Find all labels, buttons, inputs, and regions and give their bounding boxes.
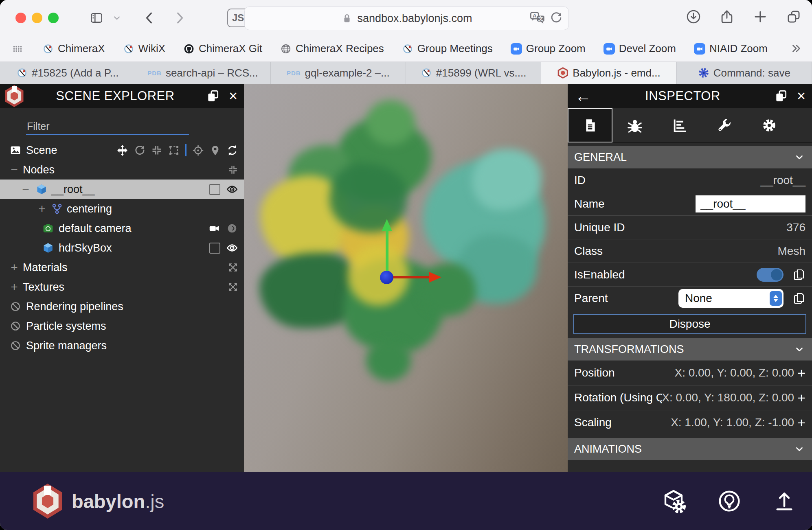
bounding-box-gizmo-icon[interactable] xyxy=(168,145,180,156)
dispose-button[interactable]: Dispose xyxy=(573,314,806,334)
expand-icon[interactable]: + xyxy=(36,202,48,216)
forward-button[interactable] xyxy=(173,11,187,25)
tab-settings[interactable] xyxy=(747,108,792,142)
tab-15899[interactable]: #15899 (WRL vs.... xyxy=(406,62,541,84)
scene-explorer-title: SCENE EXPLORER xyxy=(24,89,206,103)
tab-search-api[interactable]: PDBsearch-api – RCS... xyxy=(135,62,270,84)
visibility-eye-icon[interactable] xyxy=(226,183,238,195)
reload-icon[interactable] xyxy=(550,11,563,24)
refresh-icon[interactable] xyxy=(226,145,238,156)
gizmo-x-axis[interactable] xyxy=(388,276,429,278)
gizmo-origin-dot[interactable] xyxy=(380,271,393,284)
tree-row-materials[interactable]: + Materials xyxy=(0,258,244,277)
chimerax-icon xyxy=(402,43,413,55)
expand-icon[interactable]: + xyxy=(8,261,20,274)
tree-row-root[interactable]: − __root__ xyxy=(0,180,244,199)
sidebar-chevron-down-icon[interactable] xyxy=(112,13,122,23)
tab-gql-example[interactable]: PDBgql-example-2 –... xyxy=(271,62,406,84)
copy-icon[interactable] xyxy=(792,268,805,281)
collapse-icon[interactable]: − xyxy=(20,182,32,196)
browser-window: JS sandbox.babylonjs.com ChimeraX WikiX … xyxy=(0,0,812,530)
picker-target-icon[interactable] xyxy=(192,145,204,156)
filter-input[interactable] xyxy=(26,119,191,134)
tree-row-sprite-managers[interactable]: Sprite managers xyxy=(0,336,244,355)
popout-panel-icon[interactable] xyxy=(774,89,788,103)
minimize-window-button[interactable] xyxy=(32,13,42,23)
section-general[interactable]: GENERAL xyxy=(568,146,812,168)
active-camera-icon[interactable] xyxy=(208,222,220,234)
scale-gizmo-icon[interactable] xyxy=(151,145,162,156)
tree-row-default-camera[interactable]: default camera xyxy=(0,219,244,238)
tab-debug[interactable] xyxy=(612,108,657,142)
new-tab-icon[interactable] xyxy=(753,9,768,24)
bounding-box-checkbox[interactable] xyxy=(209,243,220,254)
zoom-window-button[interactable] xyxy=(48,13,59,23)
copy-icon[interactable] xyxy=(792,292,805,305)
close-panel-icon[interactable]: × xyxy=(790,88,812,105)
bookmark-chimerax-git[interactable]: ChimeraX Git xyxy=(183,42,262,55)
bookmark-wikix[interactable]: WikiX xyxy=(123,42,165,55)
name-input[interactable] xyxy=(696,195,805,212)
popout-panel-icon[interactable] xyxy=(206,89,220,103)
tree-row-rendering-pipelines[interactable]: Rendering pipelines xyxy=(0,297,244,316)
tree-row-hdrskybox[interactable]: hdrSkyBox xyxy=(0,238,244,258)
translate-gizmo-icon[interactable] xyxy=(116,145,128,156)
parent-select[interactable]: None xyxy=(678,289,783,308)
zoom-icon xyxy=(604,43,615,55)
tab-properties[interactable] xyxy=(568,108,612,142)
lightbulb-icon[interactable] xyxy=(718,489,741,513)
back-button[interactable] xyxy=(143,11,156,25)
export-upload-icon[interactable] xyxy=(773,490,796,512)
expand-icon[interactable]: + xyxy=(8,280,20,294)
tab-command-save[interactable]: Command: save xyxy=(677,62,812,84)
share-icon[interactable] xyxy=(719,9,735,24)
tab-tools[interactable] xyxy=(702,108,747,142)
bookmark-devel-zoom[interactable]: Devel Zoom xyxy=(604,42,676,55)
filter-field[interactable] xyxy=(26,119,189,135)
visibility-eye-dim-icon[interactable] xyxy=(226,222,238,234)
rotate-gizmo-icon[interactable] xyxy=(134,145,145,156)
tree-row-centering[interactable]: + centering xyxy=(0,199,244,219)
section-transformations[interactable]: TRANSFORMATIONS xyxy=(568,338,812,360)
scene-row[interactable]: Scene xyxy=(0,140,244,160)
pin-icon[interactable] xyxy=(210,145,221,156)
collapse-icon[interactable]: − xyxy=(8,163,20,177)
expand-vector-icon[interactable]: + xyxy=(797,390,805,406)
bounding-box-checkbox[interactable] xyxy=(209,184,220,195)
downloads-icon[interactable] xyxy=(686,9,701,24)
bookmark-chimerax[interactable]: ChimeraX xyxy=(42,42,105,55)
babylon-logo-icon xyxy=(32,484,64,519)
address-bar[interactable]: sandbox.babylonjs.com xyxy=(244,7,569,30)
sidebar-toggle-icon[interactable] xyxy=(90,11,103,25)
close-panel-icon[interactable]: × xyxy=(222,88,244,105)
expand-all-icon[interactable] xyxy=(228,282,238,292)
chimerax-icon xyxy=(123,43,134,55)
expand-all-icon[interactable] xyxy=(228,262,238,273)
expand-vector-icon[interactable]: + xyxy=(797,415,805,431)
babylon-icon xyxy=(557,67,568,79)
isenabled-toggle[interactable] xyxy=(757,268,783,282)
bookmarks-grid-icon[interactable] xyxy=(11,42,24,56)
bookmark-niaid-zoom[interactable]: NIAID Zoom xyxy=(694,42,768,55)
bookmarks-overflow-icon[interactable] xyxy=(790,42,802,55)
close-window-button[interactable] xyxy=(15,13,26,23)
environment-settings-icon[interactable] xyxy=(661,489,686,513)
bookmark-group-meetings[interactable]: Group Meetings xyxy=(402,42,493,55)
tree-row-textures[interactable]: + Textures xyxy=(0,277,244,297)
viewport-3d[interactable] xyxy=(244,84,568,472)
tree-row-nodes[interactable]: − Nodes xyxy=(0,160,244,180)
tab-babylonjs-active[interactable]: Babylon.js - emd... xyxy=(541,62,676,84)
translate-icon[interactable] xyxy=(529,11,546,25)
tab-15825[interactable]: #15825 (Add a P... xyxy=(0,62,135,84)
section-animations[interactable]: ANIMATIONS xyxy=(568,438,812,460)
field-isenabled: IsEnabled xyxy=(568,263,812,286)
back-arrow-icon[interactable]: ← xyxy=(575,87,591,105)
tab-statistics[interactable] xyxy=(657,108,702,142)
bookmark-group-zoom[interactable]: Group Zoom xyxy=(511,42,586,55)
compress-tree-icon[interactable] xyxy=(228,164,238,175)
tree-row-particle-systems[interactable]: Particle systems xyxy=(0,316,244,336)
tab-overview-icon[interactable] xyxy=(786,9,801,24)
bookmark-chimerax-recipes[interactable]: ChimeraX Recipes xyxy=(280,42,384,55)
visibility-eye-icon[interactable] xyxy=(226,242,238,254)
expand-vector-icon[interactable]: + xyxy=(797,365,805,381)
